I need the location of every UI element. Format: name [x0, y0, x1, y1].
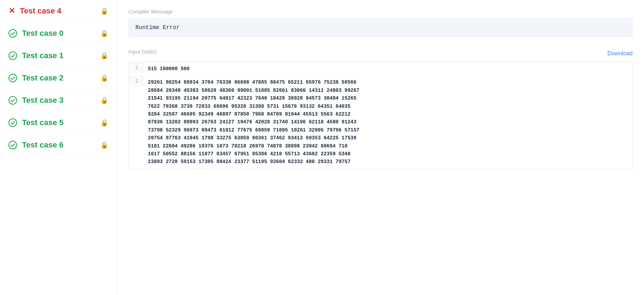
lock-icon: 🔒	[100, 96, 108, 104]
compiler-message-section: Compiler Message Runtime Error	[128, 9, 633, 37]
sidebar-item-test-case-2[interactable]: Test case 2 🔒	[0, 67, 117, 89]
line-number: 1	[129, 62, 143, 73]
code-line-2: 2 29261 80254 86934 3704 76338 96698 478…	[129, 76, 632, 168]
sidebar-item-test-case-5[interactable]: Test case 5 🔒	[0, 112, 117, 134]
sidebar-item-label: Test case 1	[22, 51, 95, 60]
check-icon	[9, 96, 17, 105]
check-icon	[9, 141, 17, 149]
lock-icon: 🔒	[100, 119, 108, 127]
line-content: 515 100000 500	[143, 62, 195, 76]
input-header: Input (stdin) Download	[128, 49, 633, 58]
code-line-1: 1 515 100000 500	[129, 62, 632, 76]
sidebar-item-test-case-0[interactable]: Test case 0 🔒	[0, 22, 117, 45]
sidebar-item-label: Test case 6	[22, 140, 95, 150]
lock-icon: 🔒	[100, 141, 108, 149]
sidebar-item-label: Test case 3	[22, 96, 95, 105]
main-content: Compiler Message Runtime Error Input (st…	[117, 0, 644, 295]
lock-icon: 🔒	[100, 7, 108, 15]
sidebar-item-label: Test case 5	[22, 118, 95, 127]
sidebar-item-test-case-3[interactable]: Test case 3 🔒	[0, 89, 117, 112]
download-button[interactable]: Download	[607, 50, 633, 57]
check-icon	[9, 29, 17, 38]
sidebar-item-label: Test case 2	[22, 73, 95, 83]
svg-point-3	[9, 96, 17, 104]
compiler-message-label: Compiler Message	[128, 9, 633, 15]
error-icon: ✕	[9, 6, 15, 16]
line-number: 2	[129, 76, 143, 87]
lock-icon: 🔒	[100, 52, 108, 60]
sidebar-item-test-case-1[interactable]: Test case 1 🔒	[0, 45, 117, 67]
sidebar-item-test-case-6[interactable]: Test case 6 🔒	[0, 134, 117, 156]
line-content: 29261 80254 86934 3704 76338 96698 47885…	[143, 76, 365, 168]
input-label: Input (stdin)	[128, 49, 156, 55]
lock-icon: 🔒	[100, 29, 108, 37]
sidebar-item-label: Test case 0	[22, 29, 95, 38]
check-icon	[9, 118, 17, 127]
svg-point-4	[9, 119, 17, 127]
check-icon	[9, 51, 17, 60]
svg-point-1	[9, 52, 17, 60]
check-icon	[9, 74, 17, 82]
sidebar: ✕ Test case 4 🔒 Test case 0 🔒 Test case …	[0, 0, 117, 295]
sidebar-item-label: Test case 4	[20, 6, 95, 16]
svg-point-0	[9, 29, 17, 37]
input-section: Input (stdin) Download 1 515 100000 500 …	[128, 49, 633, 169]
lock-icon: 🔒	[100, 74, 108, 82]
svg-point-5	[9, 141, 17, 149]
svg-point-2	[9, 74, 17, 82]
sidebar-item-test-case-4[interactable]: ✕ Test case 4 🔒	[0, 0, 117, 22]
code-block: 1 515 100000 500 2 29261 80254 86934 370…	[128, 62, 633, 169]
compiler-message-box: Runtime Error	[128, 18, 633, 37]
